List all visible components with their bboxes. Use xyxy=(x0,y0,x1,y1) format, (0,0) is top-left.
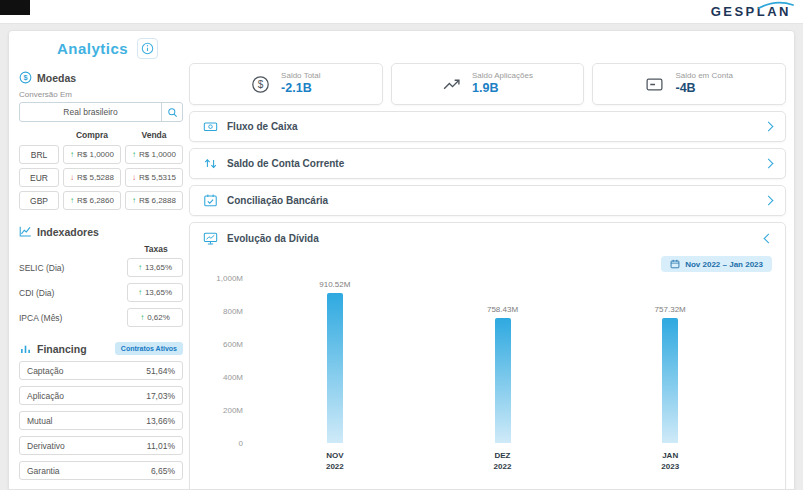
debt-evolution-panel: Evolução da Dívida Nov 2022 – Jan 2023 1 xyxy=(189,222,786,490)
x-label-jan-2023: JAN2023 xyxy=(586,450,754,472)
account-card-icon xyxy=(645,75,664,94)
index-value: ↑ 0,62% xyxy=(127,308,183,327)
currency-code-eur: EUR xyxy=(19,168,59,187)
column-header-compra: Compra xyxy=(63,130,121,141)
trend-up-icon xyxy=(442,75,461,94)
bar-value-label: 757.32M xyxy=(655,305,686,314)
accordion-evolucao-da-divida[interactable]: Evolução da Dívida xyxy=(203,223,772,254)
top-bar: GESPLAN xyxy=(0,0,803,24)
up-arrow-icon: ↑ xyxy=(132,150,136,159)
chevron-left-icon xyxy=(764,234,774,244)
accordion-fluxo-de-caixa[interactable]: Fluxo de Caixa xyxy=(189,111,786,142)
bar-group-jan-2023: 757.32M xyxy=(586,278,754,443)
currency-brl-venda: ↑ R$ 1,0000 xyxy=(125,145,183,164)
currency-gbp-compra: ↑ R$ 6,2860 xyxy=(63,191,121,210)
summary-cards: $ Saldo Total -2.1B Saldo Aplicações 1.9… xyxy=(189,63,786,105)
currency-eur-venda: ↓ R$ 5,5315 xyxy=(125,168,183,187)
svg-text:$: $ xyxy=(258,79,264,90)
indexadores-section-header: Indexadores xyxy=(19,225,183,238)
debt-panel-title: Evolução da Dívida xyxy=(227,233,319,244)
currency-table: Compra Venda BRL ↑ R$ 1,0000 ↑ R$ 1,0000… xyxy=(19,130,183,210)
date-range-row: Nov 2022 – Jan 2023 xyxy=(203,256,772,272)
financing-row-derivativo: Derivativo 11,01% xyxy=(19,436,183,455)
dashboard-card: Analytics $ Moedas Conversão Em Real bra… xyxy=(8,30,795,490)
transfer-arrows-icon xyxy=(203,156,218,171)
calendar-icon xyxy=(670,259,680,269)
info-icon xyxy=(141,42,154,55)
index-value: ↑ 13,65% xyxy=(127,258,183,277)
saldo-aplicacoes-label: Saldo Aplicações xyxy=(472,71,533,81)
currency-search-value[interactable]: Real brasileiro xyxy=(20,103,161,121)
bar-jan-2023 xyxy=(662,318,678,443)
accordion-saldo-conta-corrente[interactable]: Saldo de Conta Corrente xyxy=(189,148,786,179)
up-arrow-icon: ↑ xyxy=(70,196,74,205)
y-axis: 1,000M 800M 600M 400M 200M 0 xyxy=(203,278,243,443)
dollar-circle-icon: $ xyxy=(251,75,270,94)
column-header-taxas: Taxas xyxy=(129,244,183,254)
currency-eur-compra: ↓ R$ 5,5288 xyxy=(63,168,121,187)
card-saldo-em-conta: Saldo em Conta -4B xyxy=(592,63,786,105)
currency-code-brl: BRL xyxy=(19,145,59,164)
x-label-dez-2022: DEZ2022 xyxy=(419,450,587,472)
search-icon xyxy=(167,107,178,118)
moedas-section-header: $ Moedas xyxy=(19,71,183,84)
card-saldo-aplicacoes: Saldo Aplicações 1.9B xyxy=(391,63,585,105)
svg-text:$: $ xyxy=(23,73,27,82)
bar-dez-2022 xyxy=(495,318,511,443)
index-value: ↑ 13,65% xyxy=(127,283,183,302)
up-arrow-icon: ↑ xyxy=(132,196,136,205)
bar-value-label: 910.52M xyxy=(319,280,350,289)
currency-brl-compra: ↑ R$ 1,0000 xyxy=(63,145,121,164)
up-arrow-icon: ↑ xyxy=(70,150,74,159)
bar-group-dez-2022: 758.43M xyxy=(419,278,587,443)
info-button[interactable] xyxy=(137,38,158,59)
page-header: Analytics xyxy=(57,38,158,59)
saldo-aplicacoes-value: 1.9B xyxy=(472,81,533,97)
up-arrow-icon: ↑ xyxy=(138,263,142,272)
x-label-nov-2022: NOV2022 xyxy=(251,450,419,472)
financing-row-garantia: Garantia 6,65% xyxy=(19,461,183,480)
currency-code-gbp: GBP xyxy=(19,191,59,210)
down-arrow-icon: ↓ xyxy=(132,173,136,182)
conversion-label: Conversão Em xyxy=(19,90,183,99)
logo-swoosh-icon xyxy=(758,0,794,9)
debt-bar-chart: 1,000M 800M 600M 400M 200M 0 910.52M 758… xyxy=(203,278,772,478)
bar-nov-2022 xyxy=(327,293,343,443)
saldo-em-conta-value: -4B xyxy=(675,81,732,97)
calendar-check-icon xyxy=(203,193,218,208)
currency-search[interactable]: Real brasileiro xyxy=(19,102,183,122)
index-row-selic: SELIC (Dia) ↑ 13,65% xyxy=(19,258,183,277)
contratos-ativos-badge[interactable]: Contratos Ativos xyxy=(115,342,183,355)
up-arrow-icon: ↑ xyxy=(140,313,144,322)
bars-icon xyxy=(19,342,32,355)
banknote-icon xyxy=(203,119,218,134)
currency-search-button[interactable] xyxy=(161,103,182,121)
line-chart-icon xyxy=(19,225,32,238)
card-saldo-total: $ Saldo Total -2.1B xyxy=(189,63,383,105)
x-axis-labels: NOV2022 DEZ2022 JAN2023 xyxy=(251,450,754,472)
financing-row-captacao: Captação 51,64% xyxy=(19,361,183,380)
bar-group-nov-2022: 910.52M xyxy=(251,278,419,443)
saldo-em-conta-label: Saldo em Conta xyxy=(675,71,732,81)
main-content: $ Saldo Total -2.1B Saldo Aplicações 1.9… xyxy=(189,63,786,490)
up-arrow-icon: ↑ xyxy=(138,288,142,297)
bar-value-label: 758.43M xyxy=(487,305,518,314)
down-arrow-icon: ↓ xyxy=(70,173,74,182)
saldo-total-label: Saldo Total xyxy=(281,71,320,81)
chevron-right-icon xyxy=(764,159,774,169)
currency-gbp-venda: ↑ R$ 6,2888 xyxy=(125,191,183,210)
date-range-picker[interactable]: Nov 2022 – Jan 2023 xyxy=(661,256,772,272)
date-range-label: Nov 2022 – Jan 2023 xyxy=(685,260,763,269)
column-header-venda: Venda xyxy=(125,130,183,141)
chevron-right-icon xyxy=(764,122,774,132)
saldo-total-value: -2.1B xyxy=(281,81,320,97)
page-title: Analytics xyxy=(57,40,128,57)
coin-icon: $ xyxy=(19,71,32,84)
chevron-right-icon xyxy=(764,196,774,206)
financing-title: Financing xyxy=(37,343,87,355)
index-row-ipca: IPCA (Mês) ↑ 0,62% xyxy=(19,308,183,327)
gesplan-logo: GESPLAN xyxy=(711,4,791,19)
index-row-cdi: CDI (Dia) ↑ 13,65% xyxy=(19,283,183,302)
accordion-conciliacao-bancaria[interactable]: Conciliação Bancária xyxy=(189,185,786,216)
financing-section-header: Financing Contratos Ativos xyxy=(19,342,183,355)
